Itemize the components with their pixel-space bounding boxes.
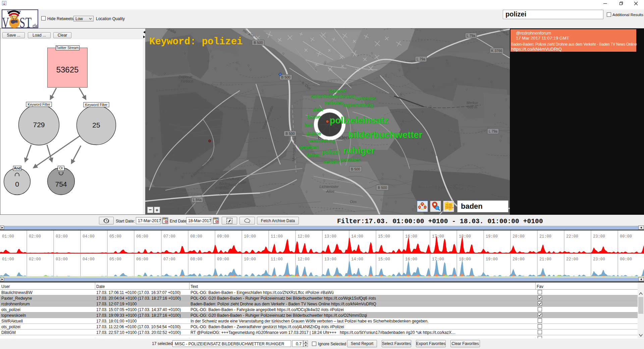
svg-text:Allee: Allee — [326, 189, 334, 193]
svg-text:21:00: 21:00 — [539, 257, 551, 262]
svg-text:polizeieinsatz: polizeieinsatz — [330, 115, 389, 126]
svg-text:laut: laut — [305, 122, 312, 128]
svg-text:0: 0 — [15, 180, 19, 188]
svg-text:00:00: 00:00 — [620, 234, 632, 239]
svg-text:03:00: 03:00 — [56, 234, 68, 239]
svg-text:21:00: 21:00 — [539, 234, 551, 239]
svg-text:B 500: B 500 — [285, 132, 295, 136]
svg-text:B 500: B 500 — [351, 167, 360, 171]
svg-text:01:00: 01:00 — [2, 234, 14, 239]
svg-text:20:00: 20:00 — [513, 234, 525, 239]
svg-text:14:00: 14:00 — [351, 257, 363, 262]
svg-text:L 84a: L 84a — [193, 198, 202, 202]
svg-text:06:00: 06:00 — [136, 234, 148, 239]
svg-text:a. Oos: a. Oos — [301, 81, 312, 91]
svg-text:B 500: B 500 — [281, 75, 290, 79]
svg-text:Michaelstunnel: Michaelstunnel — [291, 136, 297, 161]
svg-text:22:00: 22:00 — [566, 234, 578, 239]
svg-text:07:00: 07:00 — [163, 234, 175, 239]
svg-text:Merkur: Merkur — [467, 101, 478, 105]
svg-text:tagesmeldung: tagesmeldung — [343, 102, 373, 108]
svg-text:23:00: 23:00 — [593, 257, 605, 262]
svg-text:10:00: 10:00 — [244, 257, 256, 262]
svg-text:08:00: 08:00 — [190, 234, 202, 239]
svg-text:fahren: fahren — [307, 152, 320, 158]
svg-text:729: 729 — [33, 121, 45, 129]
svg-text:04:00: 04:00 — [83, 257, 95, 262]
svg-text:gegeben: gegeben — [300, 144, 318, 150]
svg-text:verboten: verboten — [324, 100, 343, 105]
svg-text:straße: straße — [166, 29, 177, 34]
svg-text:04:00: 04:00 — [83, 234, 95, 239]
svg-text:L 79a: L 79a — [489, 129, 497, 133]
svg-text:Lichtentaler: Lichtentaler — [320, 185, 339, 189]
svg-text:17:00: 17:00 — [432, 234, 444, 239]
svg-text:schweiz: schweiz — [329, 88, 346, 94]
svg-text:B 500: B 500 — [378, 186, 387, 190]
svg-text:13:00: 13:00 — [324, 257, 336, 262]
svg-text:de: de — [33, 23, 38, 28]
svg-text:polizei: polizei — [322, 148, 340, 155]
svg-text:drohne: drohne — [306, 131, 321, 136]
svg-text:Keyword Filter: Keyword Filter — [85, 103, 108, 107]
svg-text:22:00: 22:00 — [566, 257, 578, 262]
svg-text:754: 754 — [55, 180, 67, 188]
svg-text:And: And — [14, 166, 20, 170]
svg-text:18:00: 18:00 — [459, 257, 471, 262]
svg-text:11:00: 11:00 — [271, 257, 283, 262]
svg-text:05:00: 05:00 — [109, 257, 121, 262]
svg-text:13:00: 13:00 — [324, 234, 336, 239]
svg-text:02:00: 02:00 — [29, 234, 41, 239]
svg-text:12:00: 12:00 — [298, 257, 310, 262]
svg-text:V: V — [2, 14, 9, 28]
svg-text:herrenlos: herrenlos — [356, 96, 376, 101]
svg-text:Baden: Baden — [220, 186, 230, 190]
svg-text:17:00: 17:00 — [432, 257, 444, 262]
svg-text:10:00: 10:00 — [244, 234, 256, 239]
svg-text:Or: Or — [59, 166, 63, 170]
svg-text:05:00: 05:00 — [109, 234, 121, 239]
svg-text:Tiefloch: Tiefloch — [180, 79, 193, 83]
svg-text:14:00: 14:00 — [351, 234, 363, 239]
svg-text:verkehr: verkehr — [323, 159, 340, 164]
svg-text:09:00: 09:00 — [217, 234, 229, 239]
svg-text:12:00: 12:00 — [298, 234, 310, 239]
svg-text:20:00: 20:00 — [513, 257, 525, 262]
svg-text:Twitter Stream: Twitter Stream — [56, 46, 79, 50]
svg-text:01:00: 01:00 — [2, 257, 14, 262]
svg-text:18:00: 18:00 — [459, 234, 471, 239]
svg-text:porsches: porsches — [340, 157, 360, 162]
svg-text:busse: busse — [308, 114, 321, 119]
svg-text:15:00: 15:00 — [378, 257, 390, 262]
svg-text:00:00: 00:00 — [620, 257, 632, 262]
svg-text:ST: ST — [19, 14, 32, 28]
svg-text:(SWR): (SWR) — [220, 191, 231, 195]
svg-text:07:00: 07:00 — [163, 257, 175, 262]
svg-text:Sudwestrundfunk: Sudwestrundfunk — [211, 177, 239, 181]
svg-text:L 79a: L 79a — [417, 57, 425, 61]
svg-text:zieht: zieht — [313, 107, 323, 112]
svg-text:Deponie: Deponie — [179, 75, 193, 79]
svg-text:09:00: 09:00 — [217, 257, 229, 262]
svg-text:03:00: 03:00 — [56, 257, 68, 262]
svg-text:23:00: 23:00 — [593, 234, 605, 239]
svg-text:Keyword: polizei: Keyword: polizei — [149, 36, 243, 47]
svg-text:bilderbuchwetter: bilderbuchwetter — [348, 130, 423, 140]
svg-text:sicherheitsbedenken: sicherheitsbedenken — [311, 94, 355, 99]
svg-text:15:00: 15:00 — [378, 234, 390, 239]
svg-text:ruhiger: ruhiger — [343, 145, 375, 156]
svg-text:19:00: 19:00 — [486, 234, 498, 239]
svg-text:16:00: 16:00 — [405, 257, 417, 262]
svg-text:02:00: 02:00 — [29, 257, 41, 262]
svg-text:08:00: 08:00 — [190, 257, 202, 262]
svg-text:Baden-: Baden- — [219, 182, 231, 186]
svg-text:veranstaltung: veranstaltung — [309, 138, 335, 143]
svg-text:Oos: Oos — [350, 200, 357, 204]
svg-text:53625: 53625 — [56, 65, 79, 74]
svg-text:16:00: 16:00 — [405, 234, 417, 239]
svg-text:Keyword Filter: Keyword Filter — [28, 102, 50, 106]
svg-text:19:00: 19:00 — [486, 257, 498, 262]
svg-text:B 500: B 500 — [254, 41, 263, 45]
svg-text:25: 25 — [92, 121, 100, 129]
svg-text:11:00: 11:00 — [271, 234, 283, 239]
